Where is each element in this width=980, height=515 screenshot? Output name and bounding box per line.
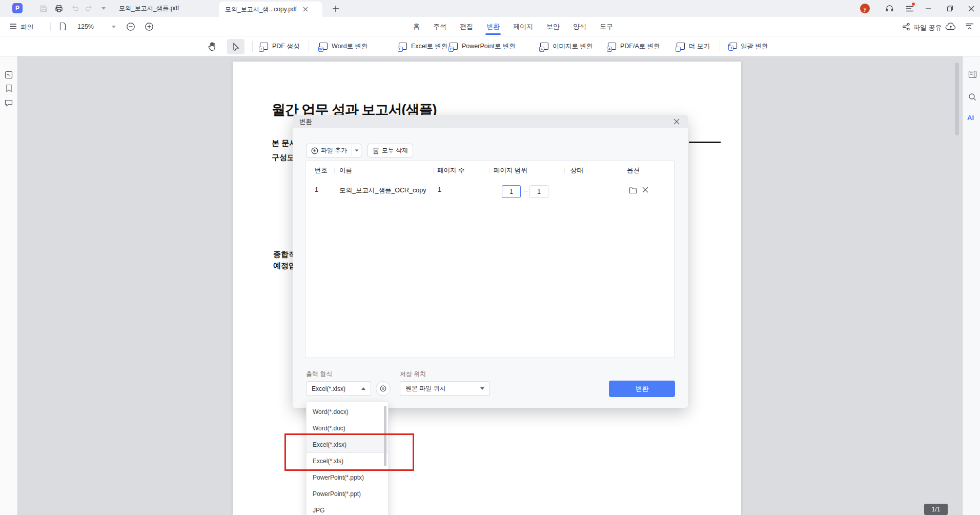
page-indicator-badge: 1/1 [924, 504, 948, 515]
main-menus: 홈 주석 편집 변환 페이지 보안 양식 도구 [413, 17, 613, 36]
restore-button[interactable] [941, 0, 958, 17]
powerpoint-convert-icon: P [449, 42, 459, 51]
save-location-value: 원본 파일 위치 [405, 384, 446, 393]
file-share-button[interactable]: 파일 공유 [913, 23, 942, 32]
hand-tool-icon[interactable] [208, 42, 217, 51]
format-option-ppt-ppt[interactable]: PowerPoint(*.ppt) [307, 486, 388, 502]
menu-security[interactable]: 보안 [546, 17, 560, 36]
menu-home[interactable]: 홈 [413, 17, 420, 36]
convert-toolbar: + PDF 생성 W Word로 변환 E Excel로 변환 P Powe [0, 36, 980, 56]
word-convert-icon: W [319, 42, 329, 51]
dialog-title: 변환 [299, 117, 312, 126]
dialog-title-bar[interactable]: 변환 [293, 115, 688, 128]
close-button[interactable] [963, 0, 980, 17]
format-settings-button[interactable] [376, 381, 391, 396]
tab-document-2-active[interactable]: 모의_보고서_샘...copy.pdf [219, 2, 322, 17]
trash-icon [373, 147, 379, 154]
zoom-in-button[interactable] [145, 22, 154, 31]
divider [252, 41, 253, 52]
menu-tools[interactable]: 도구 [600, 17, 613, 36]
left-panel-bar [0, 56, 17, 515]
document-scrollbar[interactable] [955, 63, 959, 135]
open-folder-icon[interactable] [629, 187, 637, 194]
divider [489, 168, 489, 173]
output-format-value: Excel(*.xlsx) [312, 385, 345, 392]
history-dropdown-icon[interactable] [101, 7, 106, 10]
range-dash: – [524, 187, 528, 194]
add-file-dropdown-button[interactable] [352, 144, 361, 157]
support-headset-icon[interactable] [885, 4, 894, 13]
to-image-button[interactable]: 이미지로 변환 [540, 36, 593, 56]
pdfa-convert-icon: A [607, 42, 617, 51]
format-option-jpg[interactable]: JPG [307, 502, 388, 515]
batch-convert-button[interactable]: 일괄 변환 [728, 36, 768, 56]
divider [564, 168, 565, 173]
tab-label: 모의_보고서_샘플.pdf [119, 4, 179, 13]
notification-dot [912, 3, 915, 6]
row-page-count: 1 [438, 186, 441, 193]
comments-panel-icon[interactable] [4, 98, 13, 107]
delete-all-button[interactable]: 모두 삭제 [368, 144, 413, 157]
col-header-options: 옵션 [627, 166, 640, 175]
search-icon[interactable] [968, 92, 977, 102]
user-avatar[interactable]: y [860, 4, 870, 13]
tab-document-1[interactable]: 모의_보고서_샘플.pdf [119, 0, 179, 17]
zoom-dropdown-icon[interactable] [112, 26, 116, 28]
range-from-input[interactable] [502, 185, 521, 198]
col-header-status: 상태 [570, 166, 583, 175]
save-location-select[interactable]: 원본 파일 위치 [400, 381, 490, 396]
ai-assistant-icon[interactable]: AI [967, 114, 974, 122]
document-rule-line [689, 142, 721, 143]
add-file-button[interactable]: 파일 추가 [307, 144, 352, 157]
to-word-button[interactable]: W Word로 변환 [319, 36, 368, 56]
menu-comment[interactable]: 주석 [433, 17, 446, 36]
menu-form[interactable]: 양식 [573, 17, 586, 36]
batch-convert-icon [728, 42, 738, 51]
gear-icon [379, 385, 387, 392]
share-icon [902, 23, 910, 31]
app-window: P 모의_보고서_샘플.pdf 모의_보고서_샘...copy.pdf y [0, 0, 980, 515]
format-option-ppt-pptx[interactable]: PowerPoint(*.pptx) [307, 469, 388, 486]
to-excel-button[interactable]: E Excel로 변환 [398, 36, 448, 56]
table-row[interactable]: 1 모의_보고서_샘플_OCR_copy 1 – [305, 180, 674, 200]
output-format-label: 출력 형식 [306, 370, 332, 379]
collapse-toolbar-icon[interactable] [966, 23, 974, 30]
undo-icon[interactable] [70, 4, 79, 13]
menu-page[interactable]: 페이지 [513, 17, 533, 36]
format-option-word-docx[interactable]: Word(*.docx) [307, 404, 388, 420]
title-bar: P 모의_보고서_샘플.pdf 모의_보고서_샘...copy.pdf y [0, 0, 980, 17]
zoom-level-value[interactable]: 125% [77, 23, 94, 30]
output-format-select[interactable]: Excel(*.xlsx) [306, 381, 371, 396]
col-header-name: 이름 [339, 166, 352, 175]
range-to-input[interactable] [529, 185, 548, 198]
annotations-list-panel-icon[interactable] [968, 70, 977, 79]
menu-edit[interactable]: 편집 [460, 17, 473, 36]
bookmarks-panel-icon[interactable] [4, 84, 13, 93]
redo-icon[interactable] [85, 4, 93, 13]
divider [309, 41, 309, 52]
to-powerpoint-button[interactable]: P PowerPoint로 변환 [449, 36, 516, 56]
convert-button[interactable]: 변환 [609, 381, 675, 397]
save-icon[interactable] [39, 4, 48, 13]
remove-file-icon[interactable] [642, 187, 648, 193]
zoom-out-button[interactable] [126, 22, 135, 31]
menu-bar: 파일 125% 홈 주석 편집 변환 페이지 보안 양식 도구 파일 공유 [0, 17, 980, 36]
select-tool-button[interactable] [227, 39, 244, 54]
cloud-upload-icon[interactable] [945, 22, 956, 32]
main-menu-icon[interactable] [905, 4, 914, 13]
minimize-button[interactable] [920, 0, 937, 17]
divider [720, 41, 720, 52]
tab-close-icon[interactable] [303, 7, 308, 12]
to-pdfa-button[interactable]: A PDF/A로 변환 [607, 36, 660, 56]
document-text: 본 문서 [272, 138, 293, 148]
file-menu[interactable]: 파일 [21, 23, 34, 32]
menu-convert[interactable]: 변환 [486, 17, 500, 36]
page-fit-icon[interactable] [59, 22, 67, 31]
divider [622, 168, 622, 173]
more-convert-button[interactable]: ... 더 보기 [676, 36, 710, 56]
pdf-create-button[interactable]: + PDF 생성 [259, 36, 299, 56]
dialog-close-icon[interactable] [673, 118, 680, 125]
print-icon[interactable] [54, 4, 63, 13]
thumbnail-panel-icon[interactable] [4, 70, 13, 80]
new-tab-button[interactable] [331, 4, 340, 13]
